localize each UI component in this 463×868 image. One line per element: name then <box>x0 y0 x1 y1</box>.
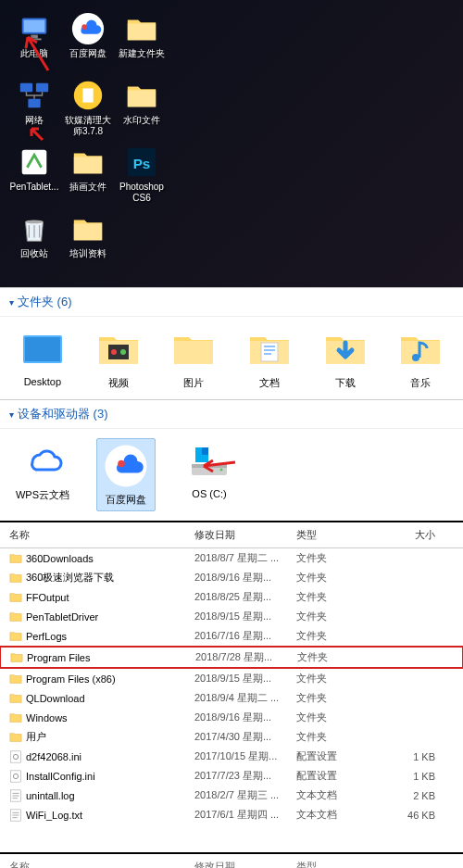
col-name[interactable]: 名称 <box>9 528 194 542</box>
file-date: 2018/9/4 星期二 ... <box>194 691 296 705</box>
folders-panel: ▾ 文件夹 (6) Desktop视频图片文档下载音乐 <box>0 287 463 399</box>
svg-point-14 <box>26 220 44 224</box>
ps-icon: Ps <box>124 145 159 180</box>
folder-item-docs[interactable]: 文档 <box>245 326 294 390</box>
file-type: 文件夹 <box>296 610 370 623</box>
folder-icon <box>9 552 22 565</box>
file-date: 2017/6/1 星期四 ... <box>194 808 296 822</box>
pictures-icon <box>170 326 217 372</box>
file-size: 46 KB <box>370 810 435 821</box>
icon-label: 水印文件 <box>123 115 160 126</box>
desktop-icon-ruanmei[interactable]: 软媒清理大师3.7.8 <box>61 74 115 141</box>
baidu-icon <box>70 11 106 46</box>
file-row[interactable]: FFOutput2018/8/25 星期...文件夹 <box>0 587 463 607</box>
svg-rect-8 <box>28 99 40 108</box>
bcol-type[interactable]: 类型 <box>296 860 370 868</box>
file-name: PerfLogs <box>26 631 67 642</box>
svg-rect-16 <box>25 337 60 361</box>
folder-icon <box>70 211 106 246</box>
file-row[interactable]: Program Files (x86)2018/9/15 星期...文件夹 <box>0 669 463 688</box>
desktop-icon-pentablet[interactable]: PenTablet... <box>7 141 61 208</box>
col-type[interactable]: 类型 <box>296 528 370 542</box>
txt-icon <box>9 809 22 822</box>
file-type: 配置设置 <box>296 749 370 763</box>
file-row[interactable]: 360Downloads2018/8/7 星期二 ...文件夹 <box>0 548 463 568</box>
file-type: 文件夹 <box>296 672 370 686</box>
wps-icon <box>19 438 66 484</box>
file-row[interactable]: PenTabletDriver2018/9/15 星期...文件夹 <box>0 607 463 626</box>
desktop-icon-newfolder[interactable]: 新建文件夹 <box>115 7 169 74</box>
icon-label: 回收站 <box>20 248 48 259</box>
icon-label: 插画文件 <box>69 182 106 193</box>
svg-rect-1 <box>24 20 45 32</box>
folder-item-desktop[interactable]: Desktop <box>19 326 67 390</box>
desktop-icon-watermark[interactable]: 水印文件 <box>115 74 169 141</box>
folder-label: 图片 <box>183 376 204 390</box>
file-type: 文本文档 <box>296 788 370 802</box>
device-label: 百度网盘 <box>106 493 146 507</box>
folder-label: 视频 <box>108 376 129 390</box>
file-row[interactable]: QLDownload2018/9/4 星期二 ...文件夹 <box>0 688 463 708</box>
bottom-header[interactable]: 名称 修改日期 类型 <box>0 854 463 868</box>
folder-item-video[interactable]: 视频 <box>94 326 143 390</box>
col-size[interactable]: 大小 <box>370 528 435 542</box>
file-row[interactable]: Program Files2018/7/28 星期...文件夹 <box>0 646 463 669</box>
device-item-baidu2[interactable]: 百度网盘 <box>96 438 156 511</box>
file-list: 名称 修改日期 类型 大小 360Downloads2018/8/7 星期二 .… <box>0 521 463 824</box>
download-icon <box>322 326 369 372</box>
svg-rect-31 <box>11 770 21 781</box>
folder-icon <box>9 692 22 705</box>
desktop-icon-recycle[interactable]: 回收站 <box>7 208 61 274</box>
ini-icon <box>9 770 22 783</box>
file-row[interactable]: d2f42068.ini2017/10/15 星期...配置设置1 KB <box>0 747 463 766</box>
chevron-down-icon: ▾ <box>9 409 14 420</box>
file-row[interactable]: 用户2017/4/30 星期...文件夹 <box>0 727 463 747</box>
folder-icon <box>124 11 159 46</box>
svg-rect-7 <box>36 83 48 93</box>
file-date: 2018/2/7 星期三 ... <box>194 788 296 802</box>
file-name: FFOutput <box>26 592 69 603</box>
desktop-icon-ps[interactable]: PsPhotoshop CS6 <box>115 141 169 208</box>
file-type: 配置设置 <box>296 769 370 783</box>
folder-icon <box>9 630 22 643</box>
file-rows: 360Downloads2018/8/7 星期二 ...文件夹360极速浏览器下… <box>0 548 463 824</box>
folders-header[interactable]: ▾ 文件夹 (6) <box>0 288 463 317</box>
folders-title: 文件夹 (6) <box>18 294 72 310</box>
docs-icon <box>246 326 293 372</box>
icon-label: 百度网盘 <box>69 48 106 59</box>
folder-label: 文档 <box>259 376 280 390</box>
file-name: 360极速浏览器下载 <box>26 571 114 585</box>
desktop-icon-training[interactable]: 培训资料 <box>61 208 115 274</box>
video-icon <box>95 326 142 372</box>
svg-rect-6 <box>20 83 32 93</box>
bcol-name[interactable]: 名称 <box>9 860 194 868</box>
file-row[interactable]: PerfLogs2016/7/16 星期...文件夹 <box>0 626 463 646</box>
file-type: 文件夹 <box>296 629 370 643</box>
file-type: 文件夹 <box>297 650 371 664</box>
file-size: 1 KB <box>370 771 435 782</box>
file-date: 2018/9/15 星期... <box>194 610 296 623</box>
folder-icon <box>9 731 22 744</box>
file-row[interactable]: Windows2018/9/16 星期...文件夹 <box>0 708 463 727</box>
file-row[interactable]: unintall.log2018/2/7 星期三 ...文本文档2 KB <box>0 786 463 805</box>
file-row[interactable]: WiFi_Log.txt2017/6/1 星期四 ...文本文档46 KB <box>0 805 463 824</box>
folder-item-download[interactable]: 下载 <box>321 326 369 390</box>
music-icon <box>397 326 444 372</box>
file-date: 2017/4/30 星期... <box>194 730 296 744</box>
svg-rect-27 <box>202 447 208 455</box>
device-label: WPS云文档 <box>16 488 69 502</box>
file-row[interactable]: InstallConfig.ini2017/7/23 星期...配置设置1 KB <box>0 766 463 786</box>
file-type: 文件夹 <box>296 590 370 604</box>
folder-item-music[interactable]: 音乐 <box>396 326 444 390</box>
file-row[interactable]: 360极速浏览器下载2018/9/16 星期...文件夹 <box>0 568 463 587</box>
svg-point-19 <box>120 349 126 355</box>
col-date[interactable]: 修改日期 <box>194 528 296 542</box>
device-item-wps[interactable]: WPS云文档 <box>13 438 72 511</box>
app2-icon <box>17 145 52 180</box>
desktop-icon-illust[interactable]: 插画文件 <box>61 141 115 208</box>
folder-item-pictures[interactable]: 图片 <box>169 326 218 390</box>
bcol-date[interactable]: 修改日期 <box>194 860 296 868</box>
devices-header[interactable]: ▾ 设备和驱动器 (3) <box>0 400 463 429</box>
file-list-header[interactable]: 名称 修改日期 类型 大小 <box>0 522 463 548</box>
desktop-icon-baidu[interactable]: 百度网盘 <box>61 7 115 74</box>
